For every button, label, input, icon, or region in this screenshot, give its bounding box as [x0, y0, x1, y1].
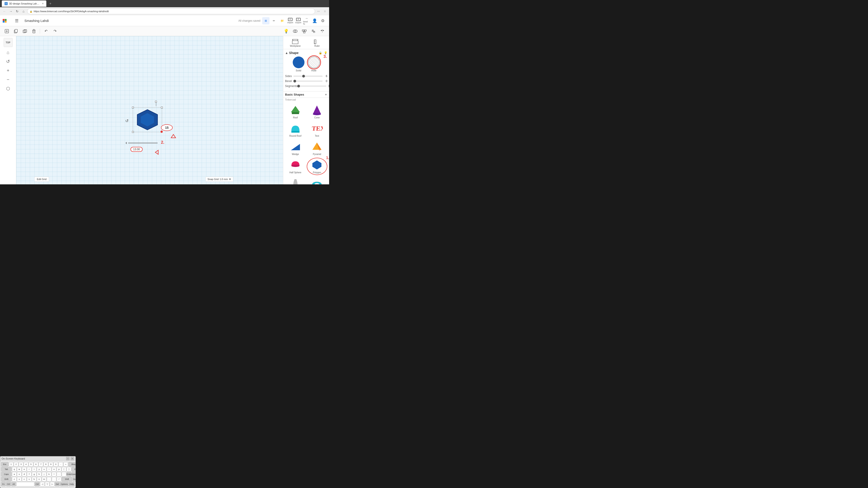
text-shape-icon: TEXT — [311, 123, 323, 134]
home-view-button[interactable]: ⌂ — [4, 49, 12, 56]
group-icon[interactable] — [300, 27, 308, 35]
shape-item-half-sphere[interactable]: Half Sphere — [285, 158, 306, 175]
sides-label: Sides — [285, 74, 293, 78]
home-button[interactable]: ⌂ — [21, 8, 26, 14]
bookmark-icon[interactable]: ☆ — [322, 9, 327, 14]
bevel-value: 0 — [324, 79, 327, 83]
ruler-button[interactable]: Ruler — [307, 37, 328, 48]
half-sphere-label: Half Sphere — [289, 171, 301, 174]
tab-favicon: T — [4, 2, 8, 5]
measurement-label-15: 15 — [161, 124, 173, 131]
rotate-handle[interactable]: ↺ — [125, 119, 129, 123]
new-object-button[interactable] — [3, 27, 11, 35]
segments-value: 1 — [328, 85, 329, 88]
orbit-button[interactable]: ↺ — [4, 58, 12, 65]
shape-item-text[interactable]: TEXT Text — [307, 121, 328, 138]
snap-grid-control[interactable]: Snap Grid 1.0 mm ▼ — [206, 177, 233, 182]
shapes-library-header: Basic Shapes ▼ — [283, 92, 329, 98]
export-button[interactable]: ⬆ Export — [295, 17, 302, 24]
folder-button[interactable]: 📁 — [278, 17, 286, 24]
project-name[interactable]: Smashing Lahdi — [24, 19, 49, 23]
shape-item-round-roof[interactable]: Round Roof — [285, 121, 306, 138]
roof-icon — [289, 104, 301, 116]
shape-item-cone[interactable]: Cone — [307, 103, 328, 120]
bulb-icon[interactable]: 💡 — [324, 51, 327, 55]
shapes-category-title: Basic Shapes — [285, 93, 304, 96]
workplane-button[interactable]: Workplane — [285, 37, 306, 48]
zoom-in-button[interactable]: + — [4, 67, 12, 74]
shape-item-polygon[interactable]: 1. Polygon — [307, 158, 328, 175]
polygon-shape[interactable] — [134, 108, 161, 131]
lock-icon: 🔒 — [30, 10, 32, 13]
snap-grid-area: Snap Grid 1.0 mm ▼ — [206, 177, 233, 182]
svg-rect-31 — [314, 40, 316, 44]
hole-label: Hole — [311, 69, 316, 72]
hole-circle — [308, 57, 320, 68]
shape-subtract-icon[interactable] — [291, 27, 299, 35]
shape-item-pyramid[interactable]: Pyramid — [307, 139, 328, 157]
sides-row: Sides 6 — [285, 74, 327, 78]
user-icon[interactable]: 👤 — [311, 17, 318, 24]
address-bar[interactable]: 🔒 https://www.tinkercad.com/things/2bORP… — [27, 8, 315, 14]
undo-button[interactable]: ↶ — [42, 27, 50, 35]
saved-status: All changes saved — [239, 19, 260, 22]
duplicate-button[interactable] — [21, 27, 29, 35]
canvas-area[interactable]: ↺ 13.00 15 — [16, 36, 283, 184]
sides-value: 6 — [324, 74, 327, 78]
segments-slider[interactable] — [297, 86, 327, 87]
tab-bar: T 3D design Smashing Lahdi | T... × + — [0, 0, 329, 7]
svg-rect-15 — [305, 30, 306, 31]
solid-type-button[interactable]: Solid — [293, 57, 305, 72]
align-icon[interactable] — [309, 27, 317, 35]
shape-panel-title: Shape — [289, 51, 299, 55]
forward-button[interactable]: → — [8, 8, 13, 14]
sides-slider[interactable] — [293, 76, 322, 76]
delete-button[interactable] — [30, 27, 38, 35]
shapes-grid: Roof Cone — [283, 102, 329, 184]
extensions-icon[interactable]: ⋯ — [316, 9, 321, 14]
measurement-label-1300: 13.00 — [130, 147, 143, 152]
handle-tr — [161, 107, 163, 108]
shape-panel-header: ▲ Shape 🔒 💡 — [285, 51, 327, 55]
lightbulb-icon[interactable]: 💡 — [282, 27, 290, 35]
menu-button[interactable]: ☰ — [13, 17, 21, 25]
top-view-button[interactable]: TOP — [4, 38, 13, 47]
shape-item-paraboloid[interactable]: Paraboloid — [285, 176, 306, 184]
polygon-shape-container[interactable]: ↺ — [134, 108, 161, 132]
tab-close-button[interactable]: × — [42, 2, 43, 5]
top-toolbar: ☰ Smashing Lahdi All changes saved ⊞ ✏ 📁… — [0, 15, 329, 26]
import-button[interactable]: ⬇ Import — [287, 17, 294, 24]
nav-bar: ← → ↻ ⌂ 🔒 https://www.tinkercad.com/thin… — [0, 7, 329, 15]
shapes-dropdown-arrow[interactable]: ▼ — [324, 93, 327, 96]
new-tab-button[interactable]: + — [47, 0, 54, 7]
reload-button[interactable]: ↻ — [14, 8, 20, 14]
pencil-button[interactable]: ✏ — [270, 17, 278, 24]
grid-view-button[interactable]: ⊞ — [262, 17, 270, 24]
height-handle — [156, 102, 156, 106]
back-button[interactable]: ← — [2, 8, 7, 14]
edit-grid-button[interactable]: Edit Grid — [34, 177, 49, 182]
svg-rect-37 — [292, 112, 299, 114]
svg-rect-40 — [291, 131, 300, 133]
zoom-out-button[interactable]: − — [4, 76, 12, 83]
svg-marker-38 — [313, 105, 321, 114]
svg-text:TEXT: TEXT — [312, 125, 323, 132]
shape-item-torus[interactable]: Torus — [307, 176, 328, 184]
send-to-button[interactable]: → Send To — [303, 17, 310, 24]
active-tab[interactable]: T 3D design Smashing Lahdi | T... × — [2, 0, 46, 7]
logo-yellow — [5, 21, 6, 23]
paraboloid-icon — [289, 177, 301, 184]
shape-item-roof[interactable]: Roof — [285, 103, 306, 120]
annotation-1-label: 1. — [326, 156, 329, 160]
bevel-label: Bevel — [285, 79, 293, 83]
redo-button[interactable]: ↷ — [51, 27, 59, 35]
shape-item-wedge[interactable]: Wedge — [285, 139, 306, 157]
copy-button[interactable] — [12, 27, 20, 35]
hole-type-button[interactable]: Hole — [308, 57, 320, 72]
bevel-slider[interactable] — [293, 80, 322, 82]
svg-rect-18 — [312, 30, 313, 31]
settings-icon[interactable]: ⚙ — [319, 17, 327, 24]
cube-view-button[interactable]: ⬡ — [4, 85, 12, 92]
lock-icon[interactable]: 🔒 — [319, 51, 322, 55]
flip-icon[interactable] — [318, 27, 327, 35]
